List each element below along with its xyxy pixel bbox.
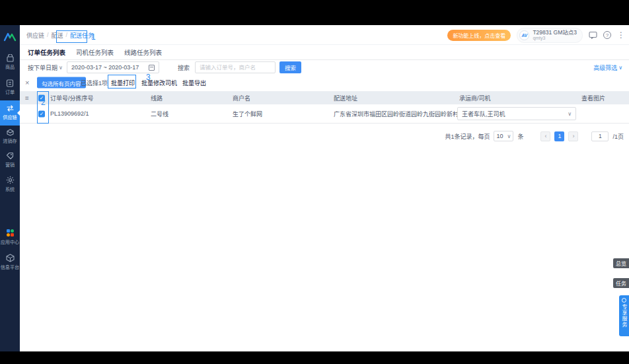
- main-content: 供应链 / 配送 / 配送任务 新功能上线，点击查看 AV T29831 GM站…: [20, 25, 629, 351]
- sidebar-item-info-platform[interactable]: 信息平台: [0, 254, 20, 270]
- goods-bag-icon: [0, 54, 20, 62]
- search-label: 搜索: [178, 63, 190, 72]
- sidebar-item-label: 应用中心: [1, 238, 20, 244]
- per-page-unit: 条: [517, 132, 523, 141]
- order-document-icon: [0, 79, 20, 87]
- sidebar-item-system[interactable]: 系统: [0, 176, 20, 192]
- sidebar-item-label: 进销存: [1, 137, 20, 143]
- marketing-tag-icon: [0, 152, 20, 160]
- calendar-icon: [149, 65, 155, 71]
- breadcrumb-supply-chain[interactable]: 供应链: [26, 31, 44, 40]
- app-grid-icon: [0, 229, 20, 237]
- carrier-driver-select[interactable]: 王者车队,王司机 ∨: [457, 107, 576, 120]
- tab-driver-task-list[interactable]: 司机任务列表: [76, 48, 114, 57]
- batch-print-button[interactable]: 批量打印: [111, 79, 135, 87]
- column-header-merchant: 商户名: [233, 94, 250, 102]
- sidebar: 商品 订单 供应链 进销存: [0, 25, 20, 351]
- goto-page-input[interactable]: [591, 131, 609, 141]
- sidebar-item-label: 营销: [1, 161, 20, 167]
- breadcrumb: 供应链 / 配送 / 配送任务: [26, 25, 94, 45]
- chevron-down-icon: ∨: [568, 111, 572, 117]
- tab-order-task-list[interactable]: 订单任务列表: [28, 48, 65, 57]
- search-input[interactable]: [195, 61, 276, 73]
- gear-icon: [0, 176, 20, 184]
- breadcrumb-delivery[interactable]: 配送: [52, 31, 63, 40]
- message-icon[interactable]: [589, 31, 597, 39]
- cell-line: 二号线: [151, 110, 168, 118]
- column-header-image: 查看图片: [581, 94, 605, 102]
- sidebar-item-label: 订单: [1, 88, 20, 94]
- floating-service-tab[interactable]: 专享服务: [619, 295, 629, 336]
- prev-page-button[interactable]: ‹: [540, 131, 550, 141]
- service-label: 专享服务: [620, 304, 628, 328]
- avatar: AV: [519, 30, 529, 40]
- column-header-line: 线路: [151, 94, 163, 102]
- table-row: ✓ PL13909692/1 二号线 生了个鲜网 广东省深圳市福田区园岭街道园岭…: [20, 104, 629, 124]
- per-page-value: 10: [496, 133, 503, 139]
- help-icon[interactable]: ?: [603, 31, 611, 39]
- batch-toolbar: × 勾选所有页内容 已选择1项 | 批量打印 批量修改司机 批量导出: [20, 75, 629, 91]
- page-count-suffix: /1页: [612, 132, 624, 141]
- chevron-down-icon: ∨: [507, 133, 511, 139]
- sidebar-item-label: 信息平台: [1, 263, 20, 270]
- batch-export-button[interactable]: 批量导出: [182, 79, 206, 87]
- app-window: 商品 订单 供应链 进销存: [0, 25, 629, 351]
- brand-logo-icon[interactable]: [0, 32, 20, 45]
- breadcrumb-delivery-task[interactable]: 配送任务: [70, 31, 94, 40]
- sidebar-item-supply-chain[interactable]: 供应链: [0, 100, 20, 126]
- cell-merchant: 生了个鲜网: [233, 110, 262, 118]
- sidebar-item-marketing[interactable]: 营销: [0, 152, 20, 168]
- toolbar-divider: |: [105, 79, 106, 86]
- batch-modify-driver-button[interactable]: 批量修改司机: [141, 79, 177, 87]
- pagination-summary: 共1条记录，每页: [445, 132, 490, 141]
- close-icon[interactable]: ×: [25, 79, 29, 87]
- promo-badge[interactable]: 新功能上线，点击查看: [447, 30, 511, 41]
- chevron-down-icon: ∨: [59, 65, 63, 71]
- tab-route-task-list[interactable]: 线路任务列表: [124, 48, 162, 57]
- user-menu[interactable]: AV T29831 GM站点3 qmty3: [517, 28, 583, 43]
- advanced-filter-label: 高级筛选: [593, 63, 617, 72]
- user-account: qmty3: [533, 36, 577, 41]
- column-header-carrier: 承运商/司机: [459, 94, 491, 102]
- search-button[interactable]: 搜索: [279, 61, 301, 73]
- floating-tag-overview[interactable]: 总览: [613, 258, 629, 268]
- carrier-driver-value: 王者车队,王司机: [462, 110, 505, 118]
- sidebar-item-inventory[interactable]: 进销存: [0, 128, 20, 144]
- sidebar-item-goods[interactable]: 商品: [0, 54, 20, 70]
- user-name: T29831 GM站点3: [533, 30, 577, 36]
- question-glyph: ?: [603, 31, 611, 39]
- more-menu-icon[interactable]: ⋮: [617, 30, 625, 40]
- service-icon: [622, 298, 626, 303]
- cube-icon: [0, 254, 20, 262]
- per-page-select[interactable]: 10 ∨: [494, 131, 513, 141]
- sidebar-item-label: 商品: [1, 63, 20, 69]
- row-checkbox[interactable]: ✓: [38, 111, 45, 118]
- sidebar-item-app-center[interactable]: 应用中心: [0, 229, 20, 245]
- advanced-filter-toggle[interactable]: 高级筛选 ∨: [593, 60, 622, 75]
- header-right-cluster: 新功能上线，点击查看 AV T29831 GM站点3 qmty3 ? ⋮: [447, 25, 625, 45]
- chevron-down-icon: ∨: [618, 65, 622, 71]
- next-page-button[interactable]: ›: [568, 131, 578, 141]
- column-header-address: 配送地址: [334, 94, 357, 102]
- task-list-tabs: 订单任务列表 司机任务列表 线路任务列表: [20, 45, 629, 60]
- screen: 商品 订单 供应链 进销存: [0, 0, 629, 364]
- letterbox-top: [0, 0, 629, 25]
- table-header-row: ≡ ✓ 订单号/分拣序号 线路 商户名 配送地址 承运商/司机 查看图片: [20, 91, 629, 104]
- select-all-pages-button[interactable]: 勾选所有页内容: [37, 77, 86, 89]
- breadcrumb-separator: /: [66, 32, 68, 38]
- column-header-order-no: 订单号/分拣序号: [50, 94, 94, 102]
- date-type-label: 按下单日期: [28, 63, 57, 72]
- sidebar-item-orders[interactable]: 订单: [0, 79, 20, 95]
- letterbox-bottom: [0, 351, 629, 364]
- date-range-picker[interactable]: 2020-03-17 ~ 2020-03-17: [67, 61, 159, 73]
- date-type-select[interactable]: 按下单日期 ∨: [28, 63, 63, 72]
- pagination: 共1条记录，每页 10 ∨ 条 ‹ 1 › /1页: [445, 129, 624, 143]
- inventory-box-icon: [0, 128, 20, 136]
- page-1-button[interactable]: 1: [554, 131, 564, 141]
- selected-count: 已选择1项: [81, 79, 108, 87]
- date-range-value: 2020-03-17 ~ 2020-03-17: [71, 64, 139, 71]
- user-identity: T29831 GM站点3 qmty3: [533, 30, 577, 41]
- floating-tag-tasks[interactable]: 任务: [613, 278, 629, 288]
- select-all-checkbox[interactable]: ✓: [38, 95, 45, 102]
- column-settings-icon[interactable]: ≡: [25, 94, 29, 102]
